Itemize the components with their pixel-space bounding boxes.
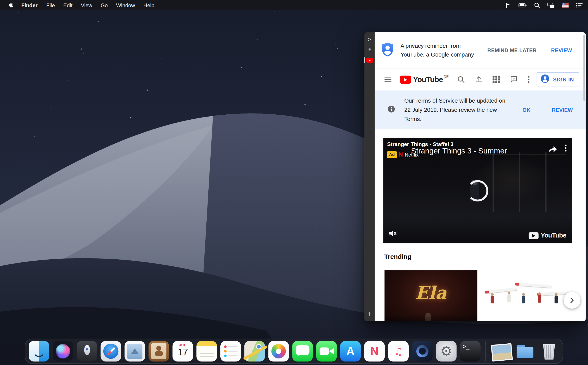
dock-item-notes[interactable] — [196, 341, 217, 362]
menu-icon[interactable] — [384, 77, 391, 82]
menu-item-view[interactable]: View — [77, 2, 97, 8]
displays-icon[interactable] — [547, 2, 555, 8]
trending-thumbnail-rc-planes[interactable] — [479, 270, 572, 321]
input-source-us-flag-icon[interactable] — [562, 3, 569, 7]
share-icon[interactable] — [548, 146, 557, 155]
terms-notice: Our Terms of Service will be updated on … — [375, 90, 586, 129]
carousel-next-button[interactable] — [564, 292, 581, 309]
youtube-header: YouTube DE — [375, 68, 586, 90]
dock-item-facetime[interactable] — [316, 341, 337, 362]
dock-item-reminders[interactable] — [220, 341, 241, 362]
menu-item-help[interactable]: Help — [139, 2, 158, 8]
apps-grid-icon[interactable] — [493, 76, 500, 83]
dock-item-photos[interactable] — [268, 341, 289, 362]
menu-bar-left: Finder File Edit View Go Window Help — [0, 2, 159, 8]
account-icon — [540, 74, 550, 85]
menu-item-window[interactable]: Window — [112, 2, 139, 8]
netflix-n-icon: N — [398, 151, 403, 158]
browser-panel-window: > + A privacy reminder from YouTube, a G… — [364, 32, 586, 321]
sidebar-tab-dot[interactable] — [368, 48, 370, 50]
ad-info-row: Ad N Netflix — [387, 151, 418, 158]
privacy-review-button[interactable]: REVIEW — [551, 47, 572, 53]
ad-badge: Ad — [387, 152, 397, 158]
messages-icon[interactable] — [510, 75, 518, 84]
dock-item-app-dark-blue[interactable] — [412, 341, 433, 362]
dock-item-terminal[interactable] — [460, 341, 481, 362]
menu-bar: Finder File Edit View Go Window Help — [0, 0, 588, 10]
dock-item-calendar[interactable]: JUL17 — [173, 341, 193, 362]
kebab-icon[interactable] — [527, 76, 530, 83]
battery-icon[interactable] — [518, 3, 527, 7]
youtube-play-icon — [400, 76, 411, 84]
sign-in-button[interactable]: SIGN IN — [537, 73, 579, 86]
dock-item-pictures[interactable] — [491, 341, 511, 362]
terms-ok-button[interactable]: OK — [523, 107, 531, 113]
youtube-icon — [366, 58, 373, 63]
privacy-banner: A privacy reminder from YouTube, a Googl… — [375, 32, 586, 68]
youtube-watermark: YouTube — [529, 232, 566, 239]
dock-item-music[interactable] — [388, 341, 409, 362]
calendar-day-label: 17 — [178, 347, 188, 358]
trending-thumbnail-music-video[interactable]: Ela — [384, 270, 477, 321]
thumbnail-title-text: Ela — [384, 284, 477, 302]
dock-item-contacts[interactable] — [149, 341, 169, 362]
panel-content: A privacy reminder from YouTube, a Googl… — [375, 32, 586, 321]
flag-icon[interactable] — [505, 2, 511, 8]
dock-item-appstore[interactable] — [340, 341, 361, 362]
privacy-shield-icon — [381, 42, 394, 58]
video-overlay-title: Stranger Things 3 - Summer — [411, 147, 507, 155]
youtube-region-label: DE — [444, 74, 449, 79]
dock-item-safari[interactable] — [101, 341, 121, 362]
apple-menu-icon[interactable] — [5, 2, 17, 8]
mute-icon[interactable] — [388, 229, 397, 239]
dock-item-launchpad[interactable] — [77, 341, 97, 362]
dock: JUL17 — [25, 339, 563, 364]
youtube-logo[interactable]: YouTube DE — [400, 75, 449, 84]
sidebar-add-button[interactable]: + — [367, 310, 372, 317]
sidebar-tab-youtube[interactable] — [364, 56, 375, 64]
trending-thumbnails: Ela — [384, 270, 586, 321]
sidebar-collapse-button[interactable]: > — [368, 36, 371, 42]
menu-item-file[interactable]: File — [42, 2, 59, 8]
dock-item-messages[interactable] — [292, 341, 313, 362]
dock-separator — [486, 341, 486, 361]
menu-item-edit[interactable]: Edit — [59, 2, 77, 8]
youtube-watermark-play-icon — [529, 232, 538, 239]
dock-item-news[interactable] — [364, 341, 385, 362]
menu-finder[interactable]: Finder — [17, 2, 42, 8]
dock-item-finder[interactable] — [28, 341, 49, 362]
privacy-banner-message: A privacy reminder from YouTube, a Googl… — [401, 41, 479, 59]
info-icon — [388, 105, 395, 114]
sign-in-label: SIGN IN — [553, 77, 574, 83]
header-icons — [457, 75, 530, 84]
panel-sidebar: > + — [364, 32, 375, 321]
remind-me-later-button[interactable]: REMIND ME LATER — [487, 47, 537, 53]
menu-list-icon[interactable] — [576, 2, 582, 8]
dock-item-mail[interactable] — [125, 341, 145, 362]
video-player[interactable]: Stranger Things - Staffel 3 Stranger Thi… — [383, 138, 572, 243]
scrollbar-thumb[interactable] — [583, 35, 585, 101]
dock-item-system-preferences[interactable] — [436, 341, 456, 362]
menu-bar-status-icons — [505, 2, 588, 8]
upload-icon[interactable] — [475, 75, 483, 84]
dock-item-siri[interactable] — [53, 341, 73, 362]
youtube-watermark-label: YouTube — [541, 232, 566, 239]
ad-video-title: Stranger Things - Staffel 3 — [387, 141, 453, 147]
desktop: Finder File Edit View Go Window Help — [0, 0, 588, 365]
trending-heading: Trending — [384, 253, 586, 261]
search-icon[interactable] — [457, 75, 465, 84]
advertiser-name: Netflix — [405, 152, 418, 158]
dock-item-trash[interactable] — [539, 341, 560, 362]
dock-item-maps[interactable] — [244, 341, 265, 362]
terms-review-button[interactable]: REVIEW — [552, 107, 573, 113]
spotlight-search-icon[interactable] — [534, 2, 540, 8]
player-kebab-icon[interactable] — [565, 145, 567, 153]
dock-item-downloads[interactable] — [515, 341, 535, 362]
terms-notice-message: Our Terms of Service will be updated on … — [404, 96, 508, 124]
menu-item-go[interactable]: Go — [97, 2, 112, 8]
loading-spinner — [467, 180, 488, 201]
youtube-wordmark: YouTube — [413, 75, 443, 84]
